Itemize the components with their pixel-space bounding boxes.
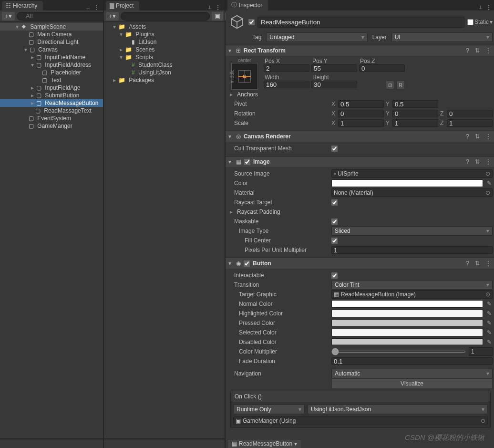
tree-item[interactable]: ▢ EventSystem xyxy=(0,115,103,122)
transition-dropdown[interactable]: Color Tint▾ xyxy=(331,280,493,290)
help-icon[interactable]: ? xyxy=(464,260,471,267)
inspector-tab[interactable]: ⓘInspector xyxy=(227,0,268,10)
tree-item[interactable]: ▢ SubmitButton xyxy=(0,92,103,99)
project-tab[interactable]: ▇Project xyxy=(106,1,139,10)
color-field[interactable] xyxy=(331,179,483,187)
folder-item[interactable]: 📁 Plugins xyxy=(104,31,225,38)
component-header[interactable]: ▾ ◉ Button ? ⇅ ⋮ xyxy=(226,258,494,269)
object-picker-icon[interactable]: ⊙ xyxy=(485,189,490,196)
eyedropper-icon[interactable]: ✎ xyxy=(485,339,493,345)
tree-item[interactable]: ▢ InputFieldAge xyxy=(0,84,103,92)
raycast-checkbox[interactable] xyxy=(331,199,338,206)
foldout-icon[interactable] xyxy=(228,208,234,215)
pivot-x-input[interactable] xyxy=(338,100,384,108)
menu-icon[interactable]: ⋮ xyxy=(484,47,493,54)
folder-item[interactable]: 📁 Packages xyxy=(104,76,225,84)
filter-type-icon[interactable]: ▣ xyxy=(212,12,223,21)
preset-icon[interactable]: ⇅ xyxy=(473,133,481,140)
tag-dropdown[interactable]: Untagged▾ xyxy=(266,32,367,42)
help-icon[interactable]: ? xyxy=(464,158,471,165)
object-picker-icon[interactable]: ⊙ xyxy=(485,291,490,298)
help-icon[interactable]: ? xyxy=(464,47,471,54)
foldout-icon[interactable] xyxy=(228,91,234,98)
eyedropper-icon[interactable]: ✎ xyxy=(485,301,493,307)
rot-x-input[interactable] xyxy=(338,110,384,117)
layer-dropdown[interactable]: UI▾ xyxy=(391,32,493,42)
pivot-y-input[interactable] xyxy=(392,100,438,108)
foldout-icon[interactable]: ▾ xyxy=(228,133,233,140)
folder-item[interactable]: 📁 Assets xyxy=(104,23,225,31)
color-multiplier-slider[interactable] xyxy=(331,351,466,353)
preset-icon[interactable]: ⇅ xyxy=(473,158,481,165)
tree-item[interactable]: ▢ ReadMassageText xyxy=(0,107,103,115)
disabled-color-field[interactable] xyxy=(331,338,483,346)
component-header[interactable]: ▾ ⊞ Rect Transform ? ⇅ ⋮ xyxy=(226,45,494,56)
breadcrumb[interactable]: ▦ReadMessageButton▾ xyxy=(228,439,301,448)
panel-menu-icon[interactable]: ⋮ xyxy=(92,4,101,10)
tree-item[interactable]: ▢ InputFieldAddress xyxy=(0,61,103,69)
color-multiplier-value[interactable]: 1 xyxy=(469,347,493,356)
material-field[interactable]: None (Material)⊙ xyxy=(331,188,493,197)
foldout-icon[interactable]: ▾ xyxy=(228,260,233,267)
selected-color-field[interactable] xyxy=(331,329,483,336)
preset-icon[interactable]: ⇅ xyxy=(473,47,481,54)
pressed-color-field[interactable] xyxy=(331,319,483,327)
posx-input[interactable] xyxy=(264,64,309,72)
posy-input[interactable] xyxy=(311,64,357,72)
maskable-checkbox[interactable] xyxy=(331,219,338,225)
component-enabled-checkbox[interactable] xyxy=(244,159,250,165)
hierarchy-search-input[interactable] xyxy=(17,12,111,21)
help-icon[interactable]: ? xyxy=(464,133,471,140)
project-search-input[interactable] xyxy=(121,12,210,21)
object-picker-icon[interactable]: ⊙ xyxy=(481,417,485,424)
panel-menu-icon[interactable]: ⋮ xyxy=(484,4,494,10)
menu-icon[interactable]: ⋮ xyxy=(484,260,493,267)
menu-icon[interactable]: ⋮ xyxy=(484,158,493,165)
panel-lock-icon[interactable]: ⟂ xyxy=(206,4,213,10)
rot-y-input[interactable] xyxy=(392,110,438,117)
function-dropdown[interactable]: UsingLitJson.ReadJson▾ xyxy=(308,405,488,414)
script-item[interactable]: # StudentClass xyxy=(104,61,225,69)
height-input[interactable] xyxy=(311,81,357,88)
width-input[interactable] xyxy=(264,81,309,88)
tree-item[interactable]: ▢ Text xyxy=(0,76,103,84)
cull-checkbox[interactable] xyxy=(331,146,338,152)
eyedropper-icon[interactable]: ✎ xyxy=(485,310,493,317)
blueprint-button[interactable]: ⊡ xyxy=(386,81,394,89)
runtime-dropdown[interactable]: Runtime Only▾ xyxy=(233,405,305,414)
image-type-dropdown[interactable]: Sliced▾ xyxy=(331,226,493,236)
event-target-field[interactable]: ▣GameManger (Using⊙ xyxy=(233,417,488,425)
hierarchy-tab[interactable]: ☷Hierarchy xyxy=(2,1,43,10)
raw-edit-button[interactable]: R xyxy=(396,81,405,89)
posz-input[interactable] xyxy=(359,64,405,72)
eyedropper-icon[interactable]: ✎ xyxy=(485,329,493,336)
rot-z-input[interactable] xyxy=(447,110,493,117)
tree-item[interactable]: ▢ InputFieldName xyxy=(0,53,103,61)
scale-z-input[interactable] xyxy=(447,119,493,127)
tree-item[interactable]: ▢ Directional Light xyxy=(0,38,103,46)
object-picker-icon[interactable]: ⊙ xyxy=(485,170,490,177)
script-item[interactable]: # UsingLitJson xyxy=(104,69,225,76)
component-header[interactable]: ▾ ▦ Image ? ⇅ ⋮ xyxy=(226,156,494,167)
foldout-icon[interactable]: ▾ xyxy=(228,158,233,165)
tree-item[interactable]: ▢ Main Camera xyxy=(0,31,103,38)
menu-icon[interactable]: ⋮ xyxy=(484,133,493,140)
normal-color-field[interactable] xyxy=(331,300,483,308)
panel-menu-icon[interactable]: ⋮ xyxy=(213,4,223,10)
fade-duration-input[interactable] xyxy=(331,357,493,365)
target-graphic-field[interactable]: ▦ReadMessageButton (Image)⊙ xyxy=(331,290,493,299)
component-header[interactable]: ▾ ◎ Canvas Renderer ? ⇅ ⋮ xyxy=(226,131,494,142)
visualize-button[interactable]: Visualize xyxy=(331,378,493,389)
chevron-down-icon[interactable]: ▾ xyxy=(490,19,493,25)
preset-icon[interactable]: ⇅ xyxy=(473,260,481,267)
tree-item[interactable]: ▢ Placeholder xyxy=(0,69,103,76)
panel-lock-icon[interactable]: ⟂ xyxy=(84,4,92,10)
tree-item-selected[interactable]: ▢ ReadMessageButton xyxy=(0,99,103,107)
static-checkbox[interactable] xyxy=(467,19,473,25)
component-enabled-checkbox[interactable] xyxy=(244,260,250,267)
folder-item[interactable]: 📁 Scripts xyxy=(104,53,225,61)
tree-item[interactable]: ▢ Canvas xyxy=(0,46,103,53)
highlighted-color-field[interactable] xyxy=(331,310,483,317)
file-item[interactable]: ▮ LitJson xyxy=(104,38,225,46)
ppu-input[interactable] xyxy=(331,246,493,254)
